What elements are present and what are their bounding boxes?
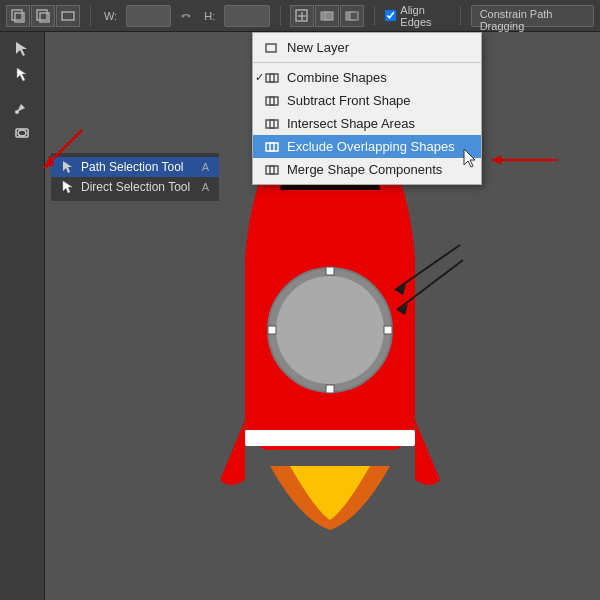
svg-marker-14 <box>16 42 27 56</box>
toolbar-separator-3 <box>374 6 375 26</box>
menu-item-subtract[interactable]: Subtract Front Shape <box>253 89 481 112</box>
path-selection-label: Path Selection Tool <box>81 160 184 174</box>
align-edges-checkbox[interactable] <box>385 10 396 21</box>
toolbar-separator-2 <box>280 6 281 26</box>
tool-direct-select[interactable] <box>0 62 44 88</box>
rocket-arrow-2 <box>375 255 470 328</box>
intersect-icon <box>265 117 279 131</box>
path-operation-icons <box>290 5 364 27</box>
menu-item-merge[interactable]: Merge Shape Components <box>253 158 481 181</box>
cursor <box>462 148 478 171</box>
align-edges-label: Align Edges <box>400 4 449 28</box>
svg-marker-15 <box>17 68 26 81</box>
svg-marker-40 <box>492 155 501 165</box>
svg-rect-13 <box>350 12 358 20</box>
combine-label: Combine Shapes <box>287 70 469 85</box>
tool-pen[interactable] <box>0 94 44 120</box>
svg-point-33 <box>276 276 384 384</box>
menu-item-new-layer[interactable]: New Layer <box>253 36 481 59</box>
left-tool-panel <box>0 32 45 600</box>
dropdown-menu: New Layer Combine Shapes Subtract Front … <box>252 32 482 185</box>
toolbar-icon-1[interactable] <box>6 5 30 27</box>
intersect-label: Intersect Shape Areas <box>287 116 469 131</box>
width-input[interactable] <box>126 5 171 27</box>
svg-rect-38 <box>245 430 415 446</box>
menu-separator <box>253 62 481 63</box>
direct-selection-shortcut: A <box>202 181 209 193</box>
tool-arrow[interactable] <box>0 36 44 62</box>
menu-arrow-right <box>487 150 567 173</box>
svg-line-45 <box>397 260 463 310</box>
svg-rect-2 <box>37 10 47 20</box>
svg-marker-42 <box>44 155 54 168</box>
svg-rect-36 <box>268 326 276 334</box>
toolbar-icon-3[interactable] <box>56 5 80 27</box>
merge-label: Merge Shape Components <box>287 162 469 177</box>
svg-rect-0 <box>12 10 22 20</box>
svg-point-18 <box>18 130 26 136</box>
exclude-icon <box>265 140 279 154</box>
toolbar-icon-2[interactable] <box>31 5 55 27</box>
align-edges-group: Align Edges <box>385 4 449 28</box>
menu-item-combine[interactable]: Combine Shapes <box>253 66 481 89</box>
constrain-path-button[interactable]: Constrain Path Dragging <box>471 5 594 27</box>
path-op-combine[interactable] <box>315 5 339 27</box>
width-label: W: <box>101 10 120 22</box>
link-icon <box>179 9 193 23</box>
menu-item-exclude[interactable]: Exclude Overlapping Shapes <box>253 135 481 158</box>
exclude-label: Exclude Overlapping Shapes <box>287 139 469 154</box>
path-op-subtract[interactable] <box>340 5 364 27</box>
svg-rect-11 <box>325 12 333 20</box>
svg-marker-47 <box>464 149 475 167</box>
height-input[interactable] <box>224 5 269 27</box>
toolbar-separator-4 <box>460 6 461 26</box>
merge-icon <box>265 163 279 177</box>
direct-selection-label: Direct Selection Tool <box>81 180 190 194</box>
svg-rect-4 <box>62 12 74 20</box>
toolbar-shape-icons <box>6 5 80 27</box>
svg-rect-21 <box>266 44 276 52</box>
svg-rect-35 <box>326 385 334 393</box>
path-selection-shortcut: A <box>202 161 209 173</box>
subtract-label: Subtract Front Shape <box>287 93 469 108</box>
svg-point-6 <box>188 14 191 17</box>
height-label: H: <box>201 10 218 22</box>
new-layer-icon <box>265 41 279 55</box>
svg-rect-34 <box>326 267 334 275</box>
svg-point-5 <box>182 14 185 17</box>
svg-point-16 <box>15 110 19 114</box>
menu-item-intersect[interactable]: Intersect Shape Areas <box>253 112 481 135</box>
toolbar-arrow-left <box>32 125 87 183</box>
toolbar-separator-1 <box>90 6 91 26</box>
combine-icon <box>265 71 279 85</box>
subtract-icon <box>265 94 279 108</box>
path-op-new[interactable] <box>290 5 314 27</box>
top-toolbar: W: H: <box>0 0 600 32</box>
new-layer-label: New Layer <box>287 40 469 55</box>
